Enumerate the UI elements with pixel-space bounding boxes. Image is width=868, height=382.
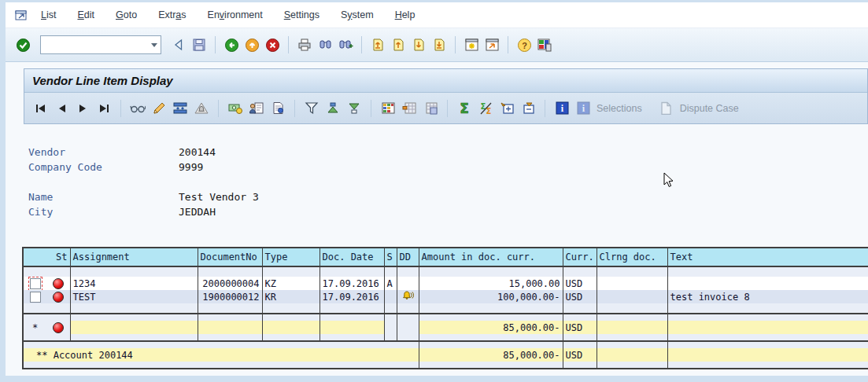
display-glasses-icon[interactable] xyxy=(130,101,146,116)
command-input[interactable] xyxy=(41,37,148,53)
next-item-icon[interactable] xyxy=(75,101,90,116)
s-cell[interactable]: A xyxy=(384,277,397,290)
back-icon[interactable] xyxy=(171,37,187,53)
account-total-label: ** Account 200144 xyxy=(23,348,419,362)
toolbar-separator xyxy=(120,100,121,117)
documentno-cell[interactable]: 1900000012 xyxy=(198,290,262,303)
subtotal-marker-cell: * xyxy=(23,321,46,334)
row-checkbox[interactable] xyxy=(30,278,41,289)
text-cell[interactable]: test invoice 8 xyxy=(667,290,868,303)
menu-environment[interactable]: Environment xyxy=(208,9,263,20)
sort-ascending-icon[interactable] xyxy=(325,101,341,116)
status-red-icon xyxy=(53,278,64,289)
assignment-cell[interactable]: 1234 xyxy=(70,277,198,290)
total-sigma-icon[interactable]: Σ xyxy=(456,101,472,116)
save-layout-icon[interactable] xyxy=(423,101,438,116)
column-header-assignment: Assignment xyxy=(70,248,198,266)
docdate-cell[interactable]: 17.09.2016 xyxy=(319,277,384,290)
last-item-icon[interactable] xyxy=(96,101,112,116)
row-select-cell[interactable] xyxy=(23,277,46,290)
menu-system[interactable]: System xyxy=(341,9,374,20)
documentno-cell[interactable]: 2000000004 xyxy=(198,277,262,290)
payment-icon[interactable] xyxy=(227,101,243,116)
save-icon[interactable] xyxy=(191,37,207,53)
enter-icon[interactable] xyxy=(15,37,31,53)
menu-settings[interactable]: Settings xyxy=(284,9,319,20)
master-record-icon[interactable] xyxy=(249,101,264,116)
dd-cell[interactable] xyxy=(397,290,419,303)
subtotal-sigma-icon[interactable]: ΣΣ xyxy=(478,101,493,116)
create-shortcut-icon[interactable] xyxy=(484,37,500,53)
svg-text:?: ? xyxy=(522,40,527,50)
dunning-alarm-icon[interactable] xyxy=(194,101,209,116)
type-cell[interactable]: KR xyxy=(262,290,319,303)
first-item-icon[interactable] xyxy=(32,101,48,116)
back-green-icon[interactable] xyxy=(223,37,239,53)
text-cell[interactable] xyxy=(667,277,868,290)
command-dropdown-icon[interactable] xyxy=(148,37,161,53)
print-icon[interactable] xyxy=(297,37,312,53)
page-down-icon[interactable] xyxy=(411,37,427,53)
name-value[interactable]: Test Vendor 3 xyxy=(179,191,259,203)
change-pencil-icon[interactable] xyxy=(151,101,167,116)
svg-text:Σ: Σ xyxy=(460,101,469,116)
curr-cell[interactable]: USD xyxy=(563,277,597,290)
info-icon[interactable]: i xyxy=(554,101,570,116)
window-left-strip xyxy=(0,0,6,382)
amount-cell[interactable]: 100,000.00- xyxy=(419,290,563,303)
city-label: City xyxy=(28,206,53,218)
mouse-cursor xyxy=(663,172,674,191)
toolbar-separator xyxy=(218,100,219,117)
help-icon[interactable]: ? xyxy=(516,37,532,53)
customize-layout-icon[interactable] xyxy=(537,37,552,53)
city-value[interactable]: JEDDAH xyxy=(179,206,216,218)
clrngdoc-cell[interactable] xyxy=(597,277,667,290)
table-row: TEST 1900000012 KR 17.09.2016 100,000.00… xyxy=(23,290,868,303)
find-next-icon[interactable] xyxy=(338,37,353,53)
row-select-cell[interactable] xyxy=(23,290,46,303)
toolbar-separator xyxy=(294,100,295,117)
exit-icon[interactable] xyxy=(244,37,260,53)
subtotal-amount: 85,000.00- xyxy=(419,321,563,334)
menu-list[interactable]: List xyxy=(41,9,56,20)
menu-extras[interactable]: Extras xyxy=(158,9,186,20)
cancel-icon[interactable] xyxy=(264,37,280,53)
status-cell xyxy=(46,321,70,334)
company-code-value[interactable]: 9999 xyxy=(179,161,203,173)
clrngdoc-cell[interactable] xyxy=(597,290,667,303)
toolbar-separator xyxy=(371,100,371,117)
last-page-icon[interactable] xyxy=(431,37,447,53)
row-checkbox[interactable] xyxy=(30,292,41,303)
sort-descending-icon[interactable] xyxy=(346,101,362,116)
docdate-cell[interactable]: 17.09.2016 xyxy=(319,290,384,303)
new-session-icon[interactable] xyxy=(464,37,479,53)
change-layout-icon[interactable] xyxy=(401,101,417,116)
first-page-icon[interactable] xyxy=(370,37,386,53)
layout-grid-icon[interactable] xyxy=(380,101,396,116)
previous-item-icon[interactable] xyxy=(54,101,69,116)
document-icon[interactable] xyxy=(270,101,286,116)
page-up-icon[interactable] xyxy=(390,37,406,53)
find-icon[interactable] xyxy=(317,37,333,53)
vendor-value[interactable]: 200144 xyxy=(179,146,216,158)
curr-cell[interactable]: USD xyxy=(563,290,597,303)
system-menu-icon[interactable] xyxy=(15,9,28,21)
menu-edit[interactable]: Edit xyxy=(77,9,94,20)
menu-goto[interactable]: Goto xyxy=(116,9,137,20)
mass-change-icon[interactable] xyxy=(172,101,188,116)
type-cell[interactable]: KZ xyxy=(262,277,319,290)
column-header-type: Type xyxy=(262,248,319,266)
s-cell[interactable] xyxy=(384,290,397,303)
column-header-clrngdoc: Clrng doc. xyxy=(597,248,667,266)
menu-help[interactable]: Help xyxy=(395,9,416,20)
assignment-cell[interactable]: TEST xyxy=(70,290,198,303)
collapse-icon[interactable] xyxy=(520,101,536,116)
spacer-row xyxy=(23,303,868,314)
amount-cell[interactable]: 15,000.00 xyxy=(419,277,563,290)
dd-cell[interactable] xyxy=(397,277,419,290)
expand-icon[interactable] xyxy=(499,101,515,116)
filter-icon[interactable] xyxy=(304,101,319,116)
command-field[interactable] xyxy=(40,35,161,54)
spacer-row xyxy=(23,334,868,341)
toolbar-separator xyxy=(455,36,456,53)
